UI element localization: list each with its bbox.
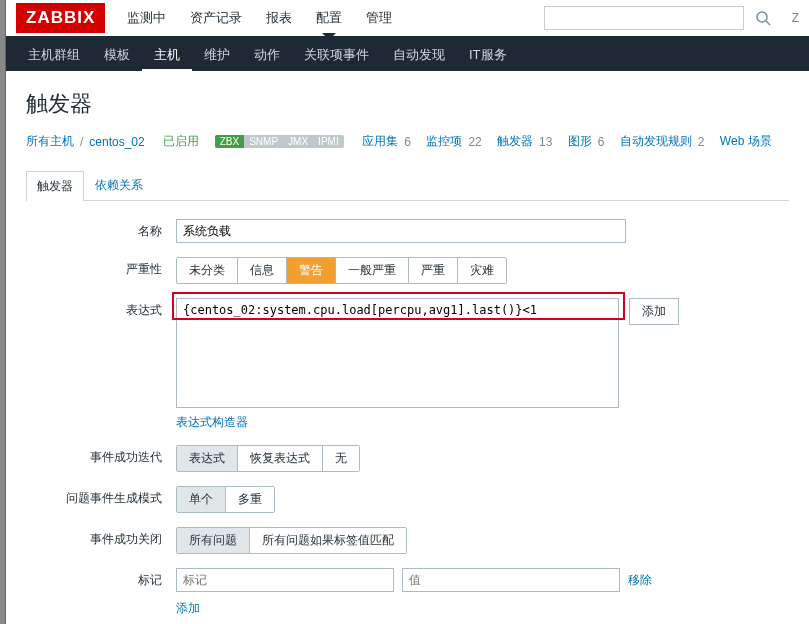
left-rail	[0, 0, 6, 624]
bc-applications-count: 6	[404, 135, 411, 149]
tag-ipmi: IPMI	[313, 135, 344, 148]
top-menu-inventory[interactable]: 资产记录	[178, 0, 254, 37]
tag-add-link[interactable]: 添加	[176, 601, 200, 615]
top-menu-reports[interactable]: 报表	[254, 0, 304, 37]
bc-ldd[interactable]: 自动发现规则	[620, 133, 692, 150]
bc-sep: /	[80, 135, 83, 149]
tag-value-input[interactable]	[402, 568, 620, 592]
bc-host[interactable]: centos_02	[89, 135, 144, 149]
logo: ZABBIX	[16, 3, 105, 33]
ok-close-all[interactable]: 所有问题	[177, 528, 250, 553]
bc-ldd-count: 2	[698, 135, 705, 149]
sub-nav: 主机群组 模板 主机 维护 动作 关联项事件 自动发现 IT服务	[6, 39, 809, 71]
severity-high[interactable]: 严重	[409, 258, 458, 283]
tag-row: 移除	[176, 568, 789, 592]
tab-trigger[interactable]: 触发器	[26, 171, 84, 201]
row-event-gen: 事件成功迭代 表达式 恢复表达式 无	[26, 445, 789, 472]
event-gen-recovery[interactable]: 恢复表达式	[238, 446, 323, 471]
bc-triggers[interactable]: 触发器	[497, 133, 533, 150]
bc-applications[interactable]: 应用集	[362, 133, 398, 150]
nav-tabs: 触发器 依赖关系	[26, 170, 789, 201]
row-problem-mode: 问题事件生成模式 单个 多重	[26, 486, 789, 513]
problem-mode-segmented: 单个 多重	[176, 486, 275, 513]
top-bar: ZABBIX 监测中 资产记录 报表 配置 管理 Z	[6, 0, 809, 39]
z-char: Z	[792, 11, 799, 25]
search-input[interactable]	[544, 6, 744, 30]
severity-segmented: 未分类 信息 警告 一般严重 严重 灾难	[176, 257, 507, 284]
problem-mode-single[interactable]: 单个	[177, 487, 226, 512]
top-menu-monitoring[interactable]: 监测中	[115, 0, 178, 37]
tab-dependencies[interactable]: 依赖关系	[84, 170, 154, 200]
sub-nav-correlation[interactable]: 关联项事件	[292, 38, 381, 72]
tags-label: 标记	[26, 568, 176, 589]
bc-all-hosts[interactable]: 所有主机	[26, 133, 74, 150]
expression-textarea[interactable]	[176, 298, 619, 408]
top-menu-administration[interactable]: 管理	[354, 0, 404, 37]
sub-nav-actions[interactable]: 动作	[242, 38, 292, 72]
severity-warning[interactable]: 警告	[287, 258, 336, 283]
search-icon[interactable]	[752, 7, 774, 29]
app-container: ZABBIX 监测中 资产记录 报表 配置 管理 Z 主机群组 模板 主机 维护…	[6, 0, 809, 624]
bc-tags: ZBX SNMP JMX IPMI	[215, 135, 344, 148]
name-input[interactable]	[176, 219, 626, 243]
page-content: 触发器 所有主机 / centos_02 已启用 ZBX SNMP JMX IP…	[6, 71, 809, 624]
event-gen-segmented: 表达式 恢复表达式 无	[176, 445, 360, 472]
bc-enabled: 已启用	[163, 133, 199, 150]
bc-graphs-count: 6	[598, 135, 605, 149]
tag-snmp: SNMP	[244, 135, 283, 148]
sub-nav-maintenance[interactable]: 维护	[192, 38, 242, 72]
problem-mode-label: 问题事件生成模式	[26, 486, 176, 507]
row-expression: 表达式 添加 表达式构造器	[26, 298, 789, 431]
name-label: 名称	[26, 219, 176, 240]
row-ok-close: 事件成功关闭 所有问题 所有问题如果标签值匹配	[26, 527, 789, 554]
ok-close-tagmatch[interactable]: 所有问题如果标签值匹配	[250, 528, 406, 553]
search-wrap: Z	[544, 6, 799, 30]
add-expression-button[interactable]: 添加	[629, 298, 679, 325]
bc-triggers-count: 13	[539, 135, 552, 149]
sub-nav-hostgroups[interactable]: 主机群组	[16, 38, 92, 72]
severity-average[interactable]: 一般严重	[336, 258, 409, 283]
expression-builder-link[interactable]: 表达式构造器	[176, 415, 248, 429]
sub-nav-templates[interactable]: 模板	[92, 38, 142, 72]
row-tags: 标记 移除 添加	[26, 568, 789, 617]
event-gen-expression[interactable]: 表达式	[177, 446, 238, 471]
breadcrumb: 所有主机 / centos_02 已启用 ZBX SNMP JMX IPMI 应…	[26, 133, 789, 154]
page-title: 触发器	[26, 89, 789, 119]
bc-web[interactable]: Web 场景	[720, 133, 772, 150]
svg-point-0	[757, 12, 767, 22]
row-name: 名称	[26, 219, 789, 243]
top-menu-configuration[interactable]: 配置	[304, 0, 354, 37]
ok-close-segmented: 所有问题 所有问题如果标签值匹配	[176, 527, 407, 554]
bc-graphs[interactable]: 图形	[568, 133, 592, 150]
problem-mode-multiple[interactable]: 多重	[226, 487, 274, 512]
sub-nav-itservices[interactable]: IT服务	[457, 38, 519, 72]
expression-label: 表达式	[26, 298, 176, 319]
bc-items[interactable]: 监控项	[426, 133, 462, 150]
severity-info[interactable]: 信息	[238, 258, 287, 283]
ok-close-label: 事件成功关闭	[26, 527, 176, 548]
tag-zbx: ZBX	[215, 135, 244, 148]
severity-label: 严重性	[26, 257, 176, 278]
severity-unclassified[interactable]: 未分类	[177, 258, 238, 283]
event-gen-label: 事件成功迭代	[26, 445, 176, 466]
top-menu: 监测中 资产记录 报表 配置 管理	[115, 0, 404, 37]
tag-remove-link[interactable]: 移除	[628, 572, 652, 589]
svg-line-1	[766, 21, 770, 25]
severity-disaster[interactable]: 灾难	[458, 258, 506, 283]
sub-nav-hosts[interactable]: 主机	[142, 38, 192, 72]
row-severity: 严重性 未分类 信息 警告 一般严重 严重 灾难	[26, 257, 789, 284]
tag-jmx: JMX	[283, 135, 313, 148]
tag-name-input[interactable]	[176, 568, 394, 592]
bc-items-count: 22	[468, 135, 481, 149]
event-gen-none[interactable]: 无	[323, 446, 359, 471]
sub-nav-discovery[interactable]: 自动发现	[381, 38, 457, 72]
